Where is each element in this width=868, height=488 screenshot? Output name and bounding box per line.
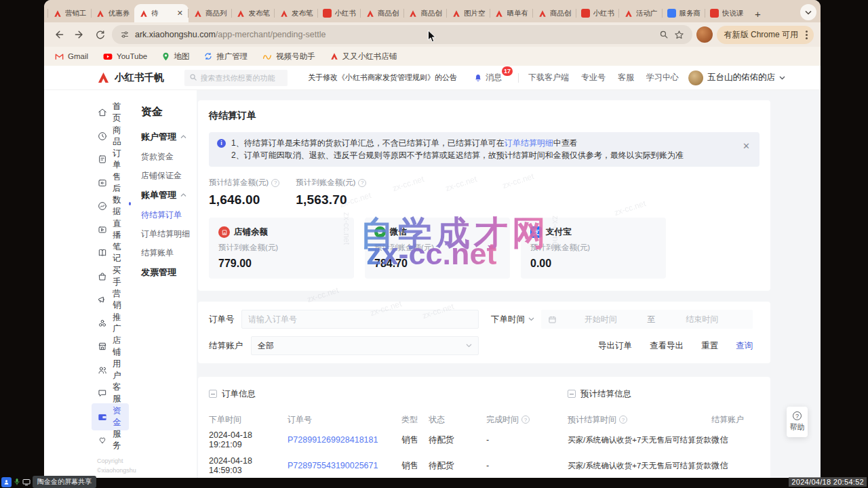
menu-item-结算账单[interactable]: 结算账单 — [141, 243, 197, 262]
browser-tab[interactable]: 商品创 — [361, 4, 404, 22]
order-info-group[interactable]: 订单信息 — [209, 388, 568, 400]
browser-tab[interactable]: 快说课 — [705, 4, 749, 22]
nav-link-2[interactable]: 客服 — [618, 72, 634, 83]
filter-buttons: 导出订单 查看导出 重置 查询 — [598, 340, 760, 352]
search-tabs-icon[interactable] — [659, 30, 669, 39]
new-tab-button[interactable]: + — [750, 5, 766, 22]
browser-tab[interactable]: 小红书 — [576, 4, 620, 22]
sidebar-item-买手[interactable]: 买手 — [97, 269, 129, 284]
bookmark-item[interactable]: YouTube — [103, 52, 147, 60]
sidebar-item-笔记[interactable]: 笔记 — [97, 245, 129, 260]
settlement-detail-link[interactable]: 订单结算明细 — [505, 138, 553, 148]
screen-icon[interactable] — [22, 479, 31, 486]
sidebar-item-用户[interactable]: 用户 — [97, 363, 129, 378]
help-button[interactable]: ? 帮助 — [787, 407, 808, 437]
reload-button[interactable] — [92, 26, 108, 43]
bookmark-item[interactable]: 又又小红书店铺 — [330, 52, 397, 62]
bookmark-item[interactable]: 地图 — [162, 52, 189, 62]
sidebar-item-直播[interactable]: 直播 — [97, 222, 129, 237]
sidebar-item-营销[interactable]: 营销 — [97, 292, 129, 307]
collapse-icon[interactable] — [568, 390, 576, 398]
menu-group-发票管理[interactable]: 发票管理 — [141, 262, 197, 283]
tab-close-icon[interactable]: ✕ — [176, 9, 184, 18]
back-button[interactable] — [51, 26, 67, 43]
live-icon — [97, 224, 108, 235]
sidebar-item-订单[interactable]: 订单 — [97, 152, 129, 167]
browser-tab[interactable]: 待✕ — [134, 4, 189, 22]
browser-tab[interactable]: 发布笔 — [275, 4, 318, 22]
menu-group-账单管理[interactable]: 账单管理 — [141, 185, 197, 205]
start-time-placeholder[interactable]: 开始时间 — [557, 314, 645, 325]
sidebar-item-售后[interactable]: 售后 — [97, 176, 129, 190]
help-icon[interactable]: ? — [271, 179, 279, 187]
site-info-icon[interactable] — [120, 30, 130, 39]
menu-group-账户管理[interactable]: 账户管理 — [141, 127, 197, 147]
bookmark-label: 推广管理 — [216, 52, 248, 62]
nav-link-0[interactable]: 下载客户端 — [528, 72, 569, 83]
bookmark-star-icon[interactable] — [674, 30, 684, 40]
browser-tab[interactable]: 商品创 — [404, 4, 448, 22]
order-no-input[interactable] — [241, 310, 479, 329]
close-icon[interactable]: ✕ — [743, 140, 750, 152]
browser-tab[interactable]: 营销工 — [48, 4, 92, 22]
browser-tab[interactable]: 商品创 — [533, 4, 576, 22]
bookmark-item[interactable]: 视频号助手 — [262, 52, 315, 62]
view-exports-button[interactable]: 查看导出 — [650, 340, 684, 352]
help-icon[interactable]: ? — [358, 179, 366, 187]
collapse-icon[interactable] — [209, 390, 217, 398]
menu-item-订单结算明细[interactable]: 订单结算明细 — [141, 224, 197, 243]
order-no-link[interactable]: P728975543190025671 — [288, 461, 401, 470]
sidebar-item-服务[interactable]: 服务 — [97, 432, 129, 447]
chrome-update-button[interactable]: 有新版 Chrome 可用 — [717, 26, 814, 44]
browser-profile-avatar[interactable] — [696, 26, 713, 43]
sidebar-item-客服[interactable]: 客服 — [97, 386, 129, 401]
nav-link-3[interactable]: 学习中心 — [646, 72, 679, 83]
browser-tab[interactable]: 发布笔 — [232, 4, 275, 22]
export-orders-button[interactable]: 导出订单 — [598, 340, 632, 352]
end-time-placeholder[interactable]: 结束时间 — [658, 314, 747, 325]
order-no-link[interactable]: P728991269928418181 — [288, 435, 401, 445]
url-bar[interactable]: ark.xiaohongshu.com/app-merchant/pending… — [112, 25, 692, 44]
stats-row: 预计结算金额(元)? 1,646.00 预计到账金额(元)? 1,563.70 — [209, 178, 760, 207]
query-button[interactable]: 查询 — [736, 340, 753, 352]
users-icon — [97, 365, 108, 375]
search-input[interactable] — [184, 70, 288, 86]
browser-tab[interactable]: 优惠券 — [92, 4, 135, 22]
mouse-cursor — [427, 30, 437, 43]
browser-tab[interactable]: 商品列 — [189, 4, 232, 22]
store-account[interactable]: 五台山的佑佑的店 — [688, 70, 785, 85]
sidebar-item-店铺[interactable]: 店铺 — [97, 339, 129, 354]
time-type-select[interactable]: 下单时间 — [491, 314, 534, 325]
date-range-picker[interactable]: 开始时间 至 结束时间 — [541, 310, 753, 329]
sidebar-item-商品[interactable]: 商品 — [97, 129, 129, 144]
settle-info-group[interactable]: 预计结算信息 — [568, 388, 631, 400]
notifications[interactable]: 消息 17 — [473, 72, 502, 83]
cell-6: 微信 — [711, 460, 760, 472]
bookmark-item[interactable]: 推广管理 — [204, 52, 248, 62]
browser-tab[interactable]: 活动广 — [619, 4, 663, 22]
browser-tab[interactable]: 小红书 — [318, 4, 361, 22]
help-icon[interactable]: ? — [619, 415, 627, 424]
mic-icon[interactable] — [14, 478, 20, 486]
browser-menu-icon[interactable] — [803, 30, 810, 39]
nav-link-1[interactable]: 专业号 — [581, 72, 606, 83]
browser-tab[interactable]: 图片空 — [447, 4, 490, 22]
sidebar-item-首页[interactable]: 首页 — [97, 105, 129, 120]
reset-button[interactable]: 重置 — [701, 340, 718, 352]
browser-tab[interactable]: 晒单有 — [490, 4, 534, 22]
forward-button[interactable] — [71, 26, 87, 43]
sidebar-item-数据[interactable]: 数据 — [97, 199, 129, 214]
sidebar-item-资金[interactable]: 资金 — [97, 409, 129, 424]
app-brand[interactable]: 小红书千帆 — [97, 71, 164, 84]
sidebar-item-推广[interactable]: 推广 — [97, 316, 129, 331]
tab-search-button[interactable] — [800, 4, 816, 20]
participant-icon[interactable] — [1, 477, 12, 487]
menu-item-待结算订单[interactable]: 待结算订单 — [141, 205, 197, 224]
help-icon[interactable]: ? — [521, 415, 530, 424]
bookmark-item[interactable]: Gmail — [55, 52, 88, 60]
announcement-link[interactable]: 关于修改《小红书商家发货管理规则》的公告 — [308, 73, 457, 83]
settle-account-select[interactable]: 全部 — [251, 336, 479, 355]
menu-item-货款资金[interactable]: 货款资金 — [141, 147, 197, 166]
menu-item-店铺保证金[interactable]: 店铺保证金 — [141, 166, 197, 185]
browser-tab[interactable]: 服务商 — [663, 4, 706, 22]
